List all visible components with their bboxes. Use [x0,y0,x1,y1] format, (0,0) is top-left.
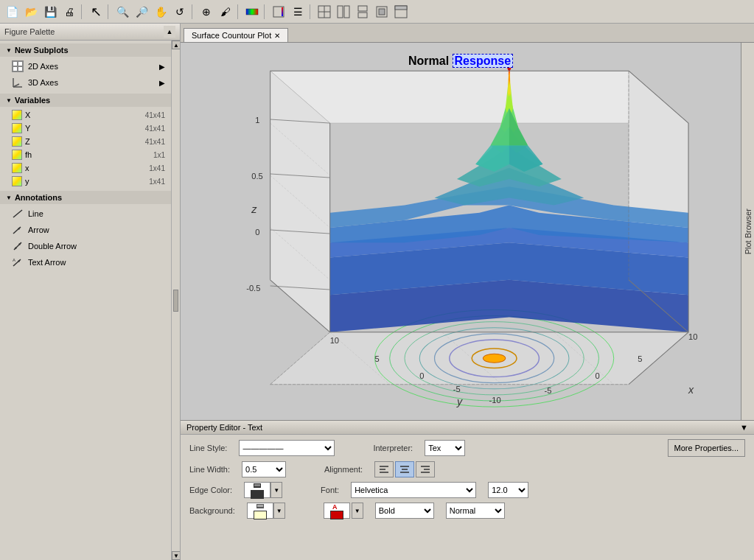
rotate-btn[interactable]: ↺ [171,3,189,21]
var-X-name: X [25,111,142,119]
var-Y-size: 41x41 [145,125,165,133]
brush-btn[interactable]: 🖌 [217,3,234,21]
scroll-up-btn[interactable]: ▲ [172,41,180,49]
var-y[interactable]: y 1x41 [0,175,171,188]
align-right-btn[interactable] [416,461,435,477]
palette-scrollbar[interactable]: ▲ ▼ [171,41,180,560]
var-y-icon [12,176,22,186]
svg-text:10: 10 [688,332,697,341]
var-x-name: x [25,164,146,172]
tab-close-icon[interactable]: ✕ [274,32,280,40]
font-color-dropdown[interactable]: ▼ [352,503,363,519]
var-fh[interactable]: fh 1x1 [0,148,171,161]
interpreter-select[interactable]: Tex LaTeX none [425,440,465,456]
svg-text:1: 1 [255,116,259,125]
variables-section: ▼ Variables [0,94,171,107]
subplot-2col-btn[interactable] [335,3,352,21]
print-btn[interactable]: 🖨 [60,3,78,21]
prop-row-4: Background: ▼ [181,498,754,519]
prop-header-expand-icon: ▼ [740,423,748,432]
line-style-select[interactable]: ————— - - - - ········· -·-·-· [239,440,335,456]
svg-rect-0 [246,9,258,15]
colormap-icon [245,5,259,18]
var-x[interactable]: x 1x41 [0,161,171,175]
dock-btn[interactable] [392,3,410,21]
palette-content: ▼ New Subplots 2D Axes [0,41,171,560]
svg-rect-2 [282,7,283,16]
line-item[interactable]: Line [0,206,171,222]
svg-text:0.5: 0.5 [251,172,262,181]
save-btn[interactable]: 💾 [41,3,59,21]
z-axis-label: z [251,203,257,215]
palette-collapse-btn[interactable]: ▲ [164,26,175,38]
datacursor-btn[interactable]: ⊕ [198,3,215,21]
figure-palette-header: Figure Palette ▲ [0,24,180,41]
var-Z-icon [12,136,22,147]
subplot-1col-btn[interactable] [354,3,371,21]
open-btn[interactable]: 📂 [22,3,40,21]
subplot-2col-icon [337,5,350,18]
text-arrow-item[interactable]: A Text Arrow [0,254,171,270]
toolbar: 📄 📂 💾 🖨 ↖ 🔍 🔎 ✋ ↺ ⊕ 🖌 ☰ [0,0,754,24]
undock-btn[interactable] [373,3,391,21]
dock-icon [394,5,408,18]
subplot-full-btn[interactable] [315,3,333,21]
insert-legend-btn[interactable]: ☰ [289,3,307,21]
prop-row-1: Line Style: ————— - - - - ········· -·-·… [181,435,754,457]
insert-colorbar-btn[interactable] [270,3,287,21]
tab-label: Surface Countour Plot [192,31,271,40]
colormap-btn[interactable] [243,3,261,21]
bg-paint-icon [255,503,265,510]
new-subplots-label: New Subplots [15,46,69,55]
var-Y[interactable]: Y 41x41 [0,122,171,135]
figure-palette-title: Figure Palette [4,27,55,36]
annotations-label: Annotations [15,193,62,202]
title-selected[interactable]: Response [453,54,513,68]
background-swatch [254,511,267,519]
font-select[interactable]: Helvetica Arial Times New Roman Courier [351,482,476,498]
background-color-dropdown[interactable]: ▼ [273,503,285,519]
2d-axes-label: 2D Axes [28,62,58,71]
pan-btn[interactable]: ✋ [152,3,170,21]
plot-browser-panel[interactable]: Plot Browser [741,43,754,420]
svg-text:-5: -5 [544,386,551,395]
arrow-item[interactable]: Arrow [0,222,171,238]
new-btn[interactable]: 📄 [3,3,21,21]
interpreter-label: Interpreter: [373,444,413,452]
align-left-btn[interactable] [374,461,394,477]
svg-rect-103 [254,484,260,486]
2d-axes-item[interactable]: 2D Axes ▶ [0,58,171,74]
font-style-select[interactable]: Normal Italic [446,503,505,519]
3d-axes-item[interactable]: 3D Axes ▶ [0,74,171,91]
double-arrow-item[interactable]: Double Arrow [0,238,171,254]
var-X[interactable]: X 41x41 [0,108,171,122]
select-btn[interactable]: ↖ [87,3,105,21]
var-Y-name: Y [25,124,142,133]
background-color-btn[interactable] [247,503,273,519]
zoom-in-btn[interactable]: 🔍 [114,3,131,21]
svg-rect-9 [358,13,367,18]
font-color-btn[interactable]: A [324,503,350,519]
scroll-down-btn[interactable]: ▼ [172,551,180,560]
more-properties-btn[interactable]: More Properties... [668,439,745,457]
main-layout: Figure Palette ▲ ▼ New Subplots [0,24,754,560]
sep1 [81,4,84,19]
var-Y-icon [12,123,22,133]
var-Z[interactable]: Z 41x41 [0,135,171,148]
font-size-select[interactable]: 12.0 8.0 10.0 14.0 16.0 [488,482,528,498]
surface-plot-tab[interactable]: Surface Countour Plot ✕ [184,28,288,42]
var-x-icon [12,163,22,173]
font-weight-select[interactable]: Bold Normal [375,503,434,519]
svg-rect-13 [395,6,407,10]
svg-text:0: 0 [595,371,599,380]
var-Z-size: 41x41 [145,138,165,146]
line-width-select[interactable]: 0.5 1.0 1.5 2.0 [242,461,286,477]
align-center-btn[interactable] [395,461,414,477]
var-y-size: 1x41 [149,178,165,186]
edge-color-btn[interactable] [244,482,270,498]
edge-color-dropdown[interactable]: ▼ [270,482,282,498]
svg-rect-11 [379,9,385,15]
zoom-out-btn[interactable]: 🔎 [133,3,150,21]
new-subplots-triangle: ▼ [6,47,12,54]
scroll-thumb[interactable] [173,290,178,312]
